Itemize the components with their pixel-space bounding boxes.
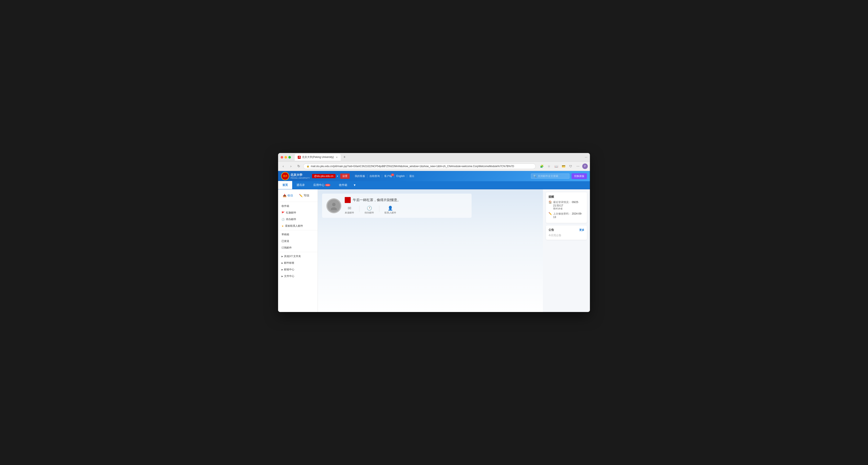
inbox-icon: 📥 (283, 194, 286, 197)
shield-icon[interactable]: 🛡 (568, 163, 574, 169)
mail-icon: ✉ (348, 206, 351, 211)
sidebar-item-drafts[interactable]: 草稿箱 (278, 231, 318, 238)
nav-dropdown-button[interactable]: ▼ (351, 181, 358, 189)
sidebar-item-other-folders[interactable]: ▶ 其他3个文件夹 (278, 253, 318, 260)
extensions-icon[interactable]: 🧩 (539, 163, 545, 169)
reload-button[interactable]: ↻ (296, 163, 302, 169)
pku-emblem: 北大 (281, 172, 289, 180)
url-text: mail.stu.pku.edu.cn/js6/main.jsp?sid=G0a… (311, 165, 514, 168)
profile-avatar[interactable]: P (582, 164, 588, 169)
tab-contacts[interactable]: 通讯录 (292, 181, 309, 189)
clock-icon: 🕐 (281, 218, 285, 221)
last-password-info: 上次修改密码： 2024-09-13 (553, 212, 584, 219)
clock-stat-icon: 🕐 (367, 206, 372, 211)
customer-service-link[interactable]: 客户端+ (382, 174, 394, 178)
sidebar-item-sent[interactable]: 已发送 (278, 238, 318, 244)
tab-close-button[interactable]: × (336, 155, 338, 159)
red-accent-block (345, 197, 351, 203)
app-body: 📥 收信 ✏️ 写信 收件箱 🚩 红旗邮件 🕐 (278, 189, 590, 312)
user-dropdown-caret[interactable]: ▼ (336, 175, 339, 177)
maximize-button[interactable] (288, 156, 291, 158)
sidebar-item-starred-contacts[interactable]: ★ 星标联系人邮件 (278, 223, 318, 229)
search-input[interactable] (538, 175, 567, 178)
reminders-header: 提醒 (549, 195, 584, 199)
stat-unread-label: 未读邮件 (345, 211, 354, 214)
sidebar-item-mailbox-center[interactable]: ▶ 邮箱中心 (278, 266, 318, 273)
last-login-label: 最近登录情况： (553, 201, 571, 204)
welcome-card: 午后一杯红茶，偷得片刻惬意。 ✉ 未读邮件 🕐 待办邮件 (322, 194, 472, 218)
sidebar-item-inbox[interactable]: 收件箱 (278, 203, 318, 209)
reminders-card: 提醒 🏠 最近登录情况： 09/25 21:53:17 斯科讷省 ✏️ (546, 192, 587, 223)
search-icon: 🔍 (533, 175, 536, 178)
stat-contacts: 👤 联系人邮件 (384, 206, 396, 214)
sidebar-item-subscriptions[interactable]: 订阅邮件 (278, 244, 318, 251)
tab-favicon: 北 (298, 156, 301, 159)
switch-new-button[interactable]: 切换新版 (571, 173, 587, 179)
sidebar-item-todo[interactable]: 🕐 待办邮件 (278, 216, 318, 223)
stats-separator-2 (379, 206, 379, 212)
self-query-link[interactable]: 自助查询 (367, 174, 382, 178)
title-bar-controls: ⋯ (585, 156, 587, 159)
chevron-right-icon-4: ▶ (281, 275, 283, 278)
avatar (327, 198, 341, 213)
logout-link[interactable]: 退出 (407, 174, 416, 178)
last-password-label: 上次修改密码： (553, 212, 571, 215)
app-topnav: 北大 北京大学 PEKING UNIVERSITY @stu.pku.edu.c… (278, 171, 590, 181)
sidebar-item-labels[interactable]: ▶ 邮件标签 (278, 260, 318, 266)
chevron-right-icon: ▶ (281, 255, 283, 258)
address-field[interactable]: 🔒 mail.stu.pku.edu.cn/js6/main.jsp?sid=G… (303, 164, 536, 169)
search-box[interactable]: 🔍 (531, 174, 569, 179)
sidebar-divider-1 (278, 202, 318, 202)
english-link[interactable]: English (394, 175, 407, 178)
avatar-inner (328, 199, 340, 212)
announcements-title: 公告 (549, 228, 554, 232)
home-icon: 🏠 (549, 200, 552, 204)
inbox-button[interactable]: 📥 收信 (280, 192, 296, 199)
more-announcements-link[interactable]: 更多 (579, 228, 584, 232)
pku-name-block: 北京大学 PEKING UNIVERSITY (290, 173, 310, 179)
new-tab-button[interactable]: + (342, 154, 347, 160)
avatar-svg (330, 202, 338, 210)
svg-point-0 (332, 203, 336, 206)
email-app: 北大 北京大学 PEKING UNIVERSITY @stu.pku.edu.c… (278, 171, 590, 312)
compose-button[interactable]: ✏️ 写信 (297, 192, 312, 199)
sidebar-item-flagged[interactable]: 🚩 红旗邮件 (278, 209, 318, 216)
wallet-icon[interactable]: 💳 (560, 163, 566, 169)
announcements-card: 公告 更多 今日无公告 (546, 226, 587, 240)
welcome-info: 午后一杯红茶，偷得片刻惬意。 ✉ 未读邮件 🕐 待办邮件 (345, 197, 467, 214)
announcements-header: 公告 更多 (549, 228, 584, 232)
sidebar: 📥 收信 ✏️ 写信 收件箱 🚩 红旗邮件 🕐 (278, 189, 318, 312)
edit-icon: ✏️ (549, 212, 552, 215)
more-icon[interactable]: ⋯ (575, 163, 581, 169)
active-tab[interactable]: 北 北京大学(Peking University) × (295, 154, 341, 161)
forward-button[interactable]: › (288, 163, 294, 169)
contact-stat-icon: 👤 (388, 206, 393, 211)
app-center-badge: new (325, 184, 331, 186)
minimize-button[interactable] (284, 156, 287, 158)
main-content: 午后一杯红茶，偷得片刻惬意。 ✉ 未读邮件 🕐 待办邮件 (318, 189, 543, 312)
reader-icon[interactable]: 📖 (553, 163, 559, 169)
sidebar-item-file-center[interactable]: ▶ 文件中心 (278, 273, 318, 280)
stat-unread: ✉ 未读邮件 (345, 206, 354, 214)
tab-inbox[interactable]: 收件箱 (335, 181, 351, 189)
greeting-text: 午后一杯红茶，偷得片刻惬意。 (353, 198, 401, 202)
title-bar: 北 北京大学(Peking University) × + ⋯ (278, 153, 590, 162)
compose-icon: ✏️ (299, 194, 303, 197)
settings-button[interactable]: 设置 (340, 174, 350, 179)
tab-title: 北京大学(Peking University) (302, 155, 334, 159)
my-service-link[interactable]: 我的客服 (352, 174, 367, 178)
right-panel: 提醒 🏠 最近登录情况： 09/25 21:53:17 斯科讷省 ✏️ (543, 189, 590, 312)
user-email-display[interactable]: @stu.pku.edu.cn (312, 174, 336, 178)
tab-home[interactable]: 首页 (278, 181, 292, 189)
pku-name-zh: 北京大学 (290, 173, 310, 177)
svg-point-1 (331, 207, 337, 210)
lock-icon: 🔒 (307, 165, 309, 168)
pku-logo: 北大 北京大学 PEKING UNIVERSITY (281, 172, 310, 180)
bookmark-icon[interactable]: ☆ (546, 163, 552, 169)
close-button[interactable] (281, 156, 283, 158)
stats-separator-1 (359, 206, 360, 212)
stat-todo-label: 待办邮件 (365, 211, 374, 214)
tab-app-center[interactable]: 应用中心 new (309, 181, 335, 189)
back-button[interactable]: ‹ (280, 163, 286, 169)
toolbar-icons: 🧩 ☆ 📖 💳 🛡 ⋯ P (539, 163, 588, 169)
